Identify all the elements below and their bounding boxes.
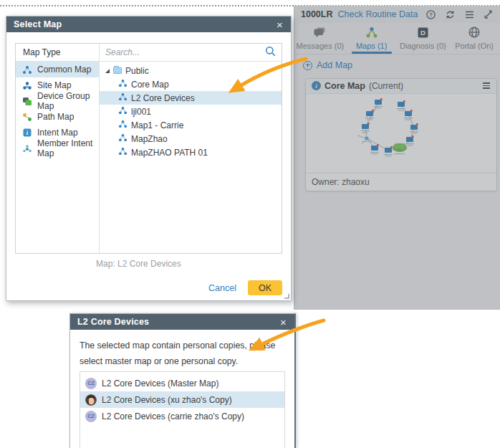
active-tab-underline bbox=[352, 52, 392, 54]
diagnosis-icon: D bbox=[418, 27, 428, 39]
add-map-label: Add Map bbox=[317, 60, 352, 70]
map-node-icon bbox=[118, 92, 128, 103]
map-type-member-intent-map[interactable]: Member Intent Map bbox=[16, 140, 99, 156]
tree-node-public[interactable]: Public bbox=[100, 64, 282, 77]
topology-preview bbox=[306, 94, 496, 173]
globe-icon bbox=[468, 27, 480, 39]
copy-select-dialog: L2 Core Devices × The selected map conta… bbox=[69, 313, 296, 448]
map-type-panel: Map Type Common Map Site Map Device Grou… bbox=[16, 44, 100, 253]
select-map-dialog: Select Map × Map Type Common Map Site Ma… bbox=[6, 16, 292, 301]
chat-bubble-icon bbox=[314, 27, 326, 39]
map-browser-panel: Public Core Map L2 Core Devices ljl001 M… bbox=[100, 44, 282, 253]
tab-label: Messages (0) bbox=[297, 42, 345, 50]
close-icon[interactable]: × bbox=[279, 317, 287, 328]
map-card-core-map[interactable]: i Core Map (Current) bbox=[305, 78, 497, 191]
tree-node-map1-carrie[interactable]: Map1 - Carrie bbox=[100, 118, 282, 132]
dialog-title: Select Map bbox=[14, 19, 62, 29]
ok-button[interactable]: OK bbox=[248, 280, 282, 295]
map-node-icon bbox=[118, 147, 128, 158]
routine-data-panel: 1000LR Check Routine Data ? bbox=[294, 6, 500, 310]
close-icon[interactable]: × bbox=[276, 19, 284, 30]
search-icon[interactable] bbox=[265, 46, 276, 59]
add-map-button[interactable]: Add Map bbox=[303, 60, 352, 70]
copy-dialog-header: L2 Core Devices × bbox=[70, 314, 294, 330]
select-map-dialog-header: Select Map × bbox=[6, 16, 291, 32]
svg-text:?: ? bbox=[429, 11, 433, 18]
tree-node-ljl001[interactable]: ljl001 bbox=[100, 105, 282, 118]
tree-node-core-map[interactable]: Core Map bbox=[100, 77, 282, 91]
map-card-subtitle: (Current) bbox=[369, 81, 403, 91]
svg-text:D: D bbox=[420, 29, 426, 37]
caret-expanded-icon[interactable] bbox=[105, 69, 110, 73]
map-type-path-map[interactable]: Path Map bbox=[16, 109, 99, 125]
hamburger-icon[interactable] bbox=[482, 80, 491, 91]
resize-handle[interactable] bbox=[284, 293, 289, 299]
topology-icon bbox=[365, 27, 378, 39]
tree-node-l2-core-devices[interactable]: L2 Core Devices bbox=[100, 91, 282, 105]
map-type-common-map[interactable]: Common Map bbox=[16, 62, 99, 77]
tab-label: Diagnosis (0) bbox=[400, 42, 446, 50]
map-type-header: Map Type bbox=[16, 44, 99, 62]
common-map-icon bbox=[22, 65, 32, 75]
device-group-map-icon bbox=[22, 97, 32, 106]
copy-dialog-message: The selected map contain personal copies… bbox=[80, 338, 285, 369]
select-map-content: Map Type Common Map Site Map Device Grou… bbox=[15, 43, 282, 254]
tab-diagnosis[interactable]: D Diagnosis (0) bbox=[398, 23, 449, 54]
option-xu-zhao-copy[interactable]: L2 Core Devices (xu zhao's Copy) bbox=[80, 391, 284, 408]
avatar-cz: CZ bbox=[85, 411, 97, 422]
map-node-icon bbox=[118, 120, 128, 130]
map-node-icon bbox=[118, 79, 128, 90]
tab-portal[interactable]: Portal (On) bbox=[448, 23, 500, 54]
map-node-icon bbox=[118, 106, 128, 117]
option-master-map[interactable]: CZ L2 Core Devices (Master Map) bbox=[80, 375, 284, 391]
refresh-icon[interactable] bbox=[445, 9, 455, 19]
cloud-node bbox=[393, 143, 407, 154]
map-card-title: Core Map bbox=[324, 81, 365, 91]
collapse-icon[interactable] bbox=[484, 9, 494, 19]
copy-options-list: CZ L2 Core Devices (Master Map) L2 Core … bbox=[80, 371, 285, 448]
map-node-icon bbox=[118, 133, 128, 144]
tab-maps[interactable]: Maps (1) bbox=[346, 23, 398, 54]
tree-node-mapzhao[interactable]: MapZhao bbox=[100, 132, 282, 146]
map-type-device-group-map[interactable]: Device Group Map bbox=[16, 93, 99, 109]
site-map-icon bbox=[22, 81, 32, 90]
avatar-cz: CZ bbox=[85, 378, 97, 389]
menu-icon[interactable] bbox=[464, 9, 474, 19]
cancel-button[interactable]: Cancel bbox=[208, 283, 236, 293]
panel-title: Check Routine Data bbox=[337, 9, 418, 19]
map-card-header: i Core Map (Current) bbox=[306, 79, 496, 94]
folder-icon bbox=[113, 67, 122, 74]
intent-map-icon: i bbox=[22, 128, 32, 138]
member-intent-map-icon bbox=[22, 144, 32, 153]
option-carrie-zhao-copy[interactable]: CZ L2 Core Devices (carrie zhao's Copy) bbox=[80, 408, 284, 424]
avatar-photo bbox=[85, 394, 97, 406]
tab-messages[interactable]: Messages (0) bbox=[294, 23, 346, 54]
info-icon: i bbox=[312, 81, 321, 90]
tree-node-mapzhao-path-01[interactable]: MapZHAO PATH 01 bbox=[100, 146, 282, 159]
selection-summary: Map: L2 Core Devices bbox=[96, 259, 181, 269]
dialog-title: L2 Core Devices bbox=[77, 317, 149, 327]
help-icon[interactable]: ? bbox=[426, 9, 436, 19]
map-card-owner: Owner: zhaoxu bbox=[306, 173, 496, 191]
panel-titlebar: 1000LR Check Routine Data ? bbox=[294, 6, 500, 23]
device-name: 1000LR bbox=[301, 9, 332, 19]
map-tree: Public Core Map L2 Core Devices ljl001 M… bbox=[100, 62, 282, 159]
tab-label: Portal (On) bbox=[455, 42, 494, 50]
tab-label: Maps (1) bbox=[356, 42, 387, 50]
search-row bbox=[100, 44, 282, 62]
panel-tabs: Messages (0) Maps (1) D Diagnosis (0) Po… bbox=[294, 23, 500, 54]
plus-circle-icon bbox=[303, 61, 312, 70]
path-map-icon bbox=[22, 113, 32, 122]
search-input[interactable] bbox=[105, 47, 265, 57]
